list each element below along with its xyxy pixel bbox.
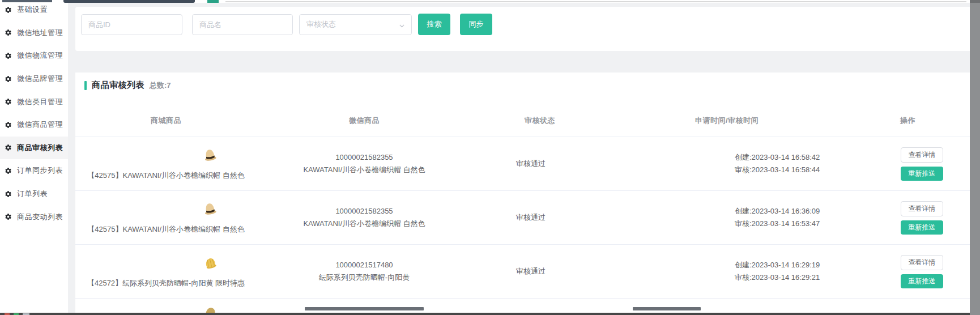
sidebar-item-label: 订单列表: [17, 189, 48, 199]
actions-cell: 查看详情 重新推送: [860, 255, 970, 288]
sidebar-item-label: 商品审核列表: [17, 143, 63, 153]
table-row: 【42572】纭际系列贝壳防晒帽-向阳黄 限时特惠 10000021517480…: [75, 245, 970, 299]
sidebar-item[interactable]: 订单列表: [0, 182, 68, 206]
gear-icon: [5, 190, 12, 198]
view-detail-button[interactable]: 查看详情: [901, 201, 943, 216]
wechat-product-id: 10000021582355: [257, 151, 472, 164]
product-name-input[interactable]: [192, 14, 293, 35]
mall-product-name: 【42575】KAWATANI/川谷小卷檐编织帽 自然色: [87, 171, 244, 181]
column-header-wechat-product: 微信商品: [257, 116, 472, 126]
view-detail-button[interactable]: 查看详情: [901, 255, 943, 270]
section-title-row: 商品审核列表 总数:7: [84, 80, 171, 91]
audit-status-placeholder: 审核状态: [306, 19, 336, 29]
actions-cell: 查看详情 重新推送: [860, 147, 970, 181]
column-header-audit-status: 审核状态: [472, 116, 608, 126]
sidebar-item-label: 微信物流管理: [17, 50, 63, 61]
gear-icon: [5, 213, 12, 220]
sidebar-item-label: 基础设置: [17, 5, 48, 15]
table-row: 【42575】KAWATANI/川谷小卷檐编织帽 自然色 10000021582…: [75, 137, 970, 191]
table-body: 【42575】KAWATANI/川谷小卷檐编织帽 自然色 10000021582…: [75, 137, 970, 313]
column-header-time: 申请时间/审核时间: [608, 116, 846, 126]
sidebar-item[interactable]: 商品变动列表: [0, 205, 68, 228]
created-time: 创建:2023-03-14 16:58:42: [735, 151, 820, 164]
mall-product-cell: 【42575】KAWATANI/川谷小卷檐编织帽 自然色: [75, 201, 257, 235]
chevron-down-icon: [398, 22, 406, 29]
actions-cell: 查看详情 重新推送: [860, 201, 970, 235]
gear-icon: [5, 167, 12, 174]
mall-product-cell: [75, 299, 257, 313]
wechat-product-cell: 10000021582355 KAWATANI/川谷小卷檐编织帽 自然色: [257, 205, 472, 230]
audited-time: 审核:2023-03-14 16:29:21: [735, 271, 820, 284]
gear-icon: [5, 52, 12, 59]
time-cell: 创建:2023-03-14 16:58:42 审核:2023-03-14 16:…: [735, 151, 820, 176]
product-image: [202, 201, 219, 218]
wechat-product-name: KAWATANI/川谷小卷檐编织帽 自然色: [257, 218, 472, 230]
column-header-actions: 操作: [846, 116, 970, 126]
gear-icon: [5, 121, 12, 129]
product-image: [202, 147, 219, 164]
wechat-product-name: KAWATANI/川谷小卷檐编织帽 自然色: [257, 164, 472, 176]
sidebar-item[interactable]: 微信类目管理: [0, 90, 68, 113]
audit-list-panel: 商品审核列表 总数:7 商城商品 微信商品 审核状态 申请时间/审核时间 操作: [75, 73, 970, 313]
sidebar-item[interactable]: 微信物流管理: [0, 44, 68, 67]
scrollbar-top: [970, 0, 980, 3]
gear-icon: [5, 98, 12, 105]
repush-button[interactable]: 重新推送: [901, 167, 943, 181]
sidebar-item[interactable]: 微信品牌管理: [0, 67, 68, 91]
table-row-partial: [75, 299, 970, 313]
mall-product-cell: 【42575】KAWATANI/川谷小卷檐编织帽 自然色: [75, 147, 257, 181]
sidebar-item-label: 微信品牌管理: [17, 74, 63, 84]
mall-product-cell: 【42572】纭际系列贝壳防晒帽-向阳黄 限时特惠: [75, 255, 257, 288]
page-title: 商品审核列表: [92, 80, 144, 91]
top-cutoff-strip: [0, 0, 980, 3]
sidebar-item[interactable]: 微信地址管理: [0, 22, 68, 45]
wechat-product-name: 纭际系列贝壳防晒帽-向阳黄: [257, 271, 472, 284]
time-cell: 创建:2023-03-14 16:36:09 审核:2023-03-14 16:…: [735, 205, 820, 230]
product-image: [202, 255, 219, 272]
sidebar-item[interactable]: 微信商品管理: [0, 113, 68, 137]
view-detail-button[interactable]: 查看详情: [901, 147, 943, 163]
status-text: 审核通过: [516, 213, 546, 222]
gear-icon: [5, 6, 12, 14]
status-text: 审核通过: [516, 267, 546, 275]
audit-status-cell: 审核通过: [463, 212, 599, 223]
status-text: 审核通过: [516, 159, 546, 168]
total-count: 总数:7: [150, 80, 171, 91]
gear-icon: [5, 144, 12, 151]
repush-button[interactable]: 重新推送: [901, 220, 943, 235]
table-row: 【42575】KAWATANI/川谷小卷檐编织帽 自然色 10000021582…: [75, 191, 970, 245]
time-cell: [608, 299, 846, 310]
sync-button[interactable]: 同步: [460, 14, 492, 35]
main-content: 审核状态 搜索 同步 商品审核列表 总数:7 商城商品 微信商品 审核状态 申请…: [68, 3, 970, 313]
column-header-mall-product: 商城商品: [75, 116, 257, 126]
wechat-product-id: 10000021517480: [257, 259, 472, 271]
sidebar-item-label: 商品变动列表: [17, 212, 63, 222]
mall-product-name: 【42575】KAWATANI/川谷小卷檐编织帽 自然色: [87, 224, 244, 235]
search-button[interactable]: 搜索: [418, 14, 450, 35]
audited-time: 审核:2023-03-14 16:53:47: [735, 218, 820, 230]
sidebar-item[interactable]: 订单同步列表: [0, 159, 68, 182]
wechat-product-cell: 10000021582355 KAWATANI/川谷小卷檐编织帽 自然色: [257, 151, 472, 176]
cutoff-fragment: [2, 0, 52, 2]
cutoff-divider: [225, 1, 966, 2]
cutoff-fragment: [207, 0, 219, 3]
product-image: [202, 304, 219, 313]
wechat-product-cell: [257, 299, 472, 310]
sidebar-item[interactable]: 基础设置: [0, 0, 68, 22]
vertical-scrollbar[interactable]: [970, 0, 980, 315]
sidebar-menu: 基础设置 微信地址管理 微信物流管理 微信品牌管理 微信类目管理 微信商品管理: [0, 0, 68, 228]
audit-status-select[interactable]: 审核状态: [299, 14, 412, 35]
repush-button[interactable]: 重新推送: [901, 274, 943, 288]
gear-icon: [5, 75, 12, 83]
filter-panel: 审核状态 搜索 同步: [75, 7, 970, 51]
sidebar-item[interactable]: 商品审核列表: [0, 137, 68, 160]
created-time: 创建:2023-03-14 16:29:19: [735, 259, 820, 271]
sidebar-item-label: 微信商品管理: [17, 120, 63, 130]
wechat-product-cell: 10000021517480 纭际系列贝壳防晒帽-向阳黄: [257, 259, 472, 284]
sidebar: 基础设置 微信地址管理 微信物流管理 微信品牌管理 微信类目管理 微信商品管理: [0, 3, 68, 313]
product-id-input[interactable]: [81, 14, 182, 35]
audited-time: 审核:2023-03-14 16:58:44: [735, 164, 820, 176]
gear-icon: [5, 29, 12, 36]
table-header: 商城商品 微信商品 审核状态 申请时间/审核时间 操作: [75, 105, 970, 137]
sidebar-item-label: 微信地址管理: [17, 28, 63, 38]
